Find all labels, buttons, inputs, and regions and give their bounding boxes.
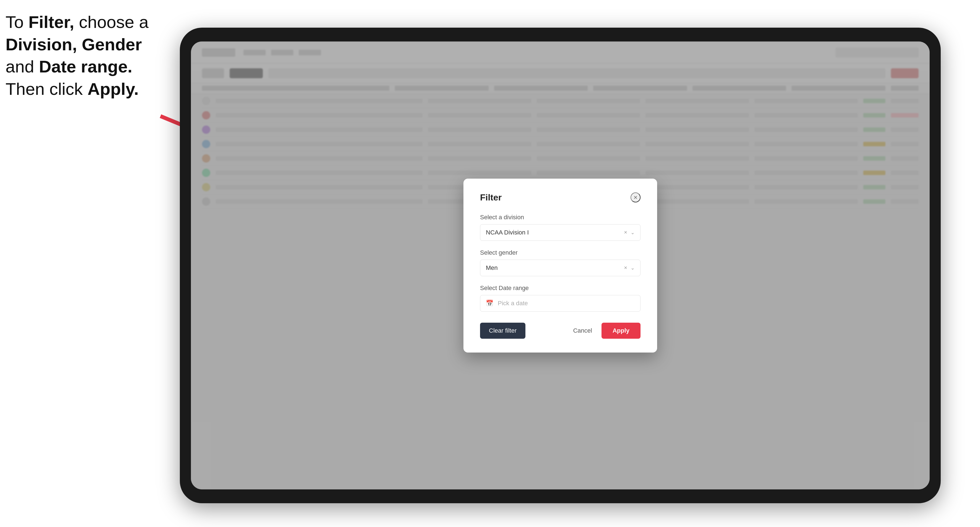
instruction-bold4: Apply. bbox=[88, 79, 138, 98]
instruction-line1: To Filter, choose a bbox=[6, 13, 149, 32]
division-select[interactable]: NCAA Division I × ⌄ bbox=[480, 224, 641, 241]
date-range-input[interactable]: 📅 Pick a date bbox=[480, 295, 641, 312]
division-arrow-icon: ⌄ bbox=[630, 230, 635, 236]
modal-footer: Clear filter Cancel Apply bbox=[480, 323, 641, 339]
tablet-frame: Filter × Select a division NCAA Division… bbox=[180, 28, 941, 503]
gender-clear-icon[interactable]: × bbox=[624, 265, 627, 271]
clear-filter-button[interactable]: Clear filter bbox=[480, 323, 525, 339]
instruction-line3: and Date range. bbox=[6, 57, 132, 76]
modal-close-button[interactable]: × bbox=[630, 192, 641, 202]
date-form-group: Select Date range 📅 Pick a date bbox=[480, 284, 641, 312]
division-label: Select a division bbox=[480, 214, 641, 221]
filter-modal: Filter × Select a division NCAA Division… bbox=[463, 179, 657, 352]
modal-overlay: Filter × Select a division NCAA Division… bbox=[191, 41, 930, 489]
gender-select[interactable]: Men × ⌄ bbox=[480, 260, 641, 276]
division-clear-icon[interactable]: × bbox=[624, 229, 627, 236]
instruction-line4: Then click Apply. bbox=[6, 79, 138, 98]
instruction-block: To Filter, choose a Division, Gender and… bbox=[6, 11, 166, 100]
division-selected-value: NCAA Division I bbox=[486, 229, 529, 236]
gender-arrow-icon: ⌄ bbox=[630, 265, 635, 271]
cancel-button[interactable]: Cancel bbox=[566, 323, 598, 339]
instruction-bold3: Date range. bbox=[39, 57, 132, 76]
gender-form-group: Select gender Men × ⌄ bbox=[480, 249, 641, 276]
apply-button[interactable]: Apply bbox=[601, 323, 641, 339]
instruction-bold2: Division, Gender bbox=[6, 35, 142, 54]
division-form-group: Select a division NCAA Division I × ⌄ bbox=[480, 214, 641, 241]
gender-select-controls: × ⌄ bbox=[624, 265, 635, 271]
modal-header: Filter × bbox=[480, 192, 641, 203]
date-placeholder: Pick a date bbox=[498, 300, 528, 307]
gender-label: Select gender bbox=[480, 249, 641, 256]
modal-title: Filter bbox=[480, 192, 502, 203]
footer-actions: Cancel Apply bbox=[566, 323, 641, 339]
gender-selected-value: Men bbox=[486, 264, 498, 271]
close-icon: × bbox=[633, 194, 638, 201]
date-label: Select Date range bbox=[480, 284, 641, 292]
division-select-controls: × ⌄ bbox=[624, 229, 635, 236]
tablet-screen: Filter × Select a division NCAA Division… bbox=[191, 41, 930, 489]
calendar-icon: 📅 bbox=[486, 300, 493, 307]
